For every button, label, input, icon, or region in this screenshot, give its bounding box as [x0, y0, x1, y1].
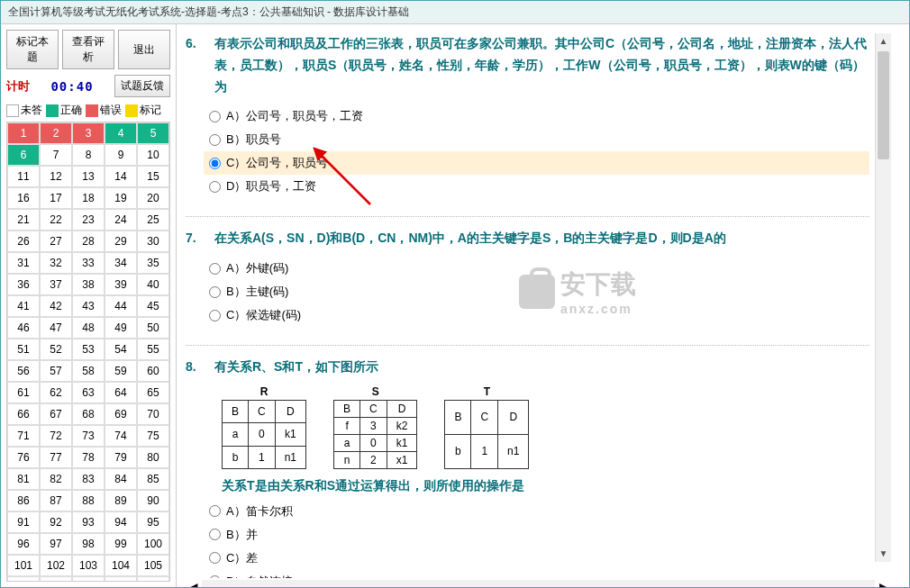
nav-cell-13[interactable]: 13	[72, 166, 105, 187]
nav-cell-23[interactable]: 23	[72, 209, 105, 231]
nav-cell-8[interactable]: 8	[72, 144, 105, 166]
q8-option-c[interactable]: C）差	[204, 547, 869, 570]
nav-cell-82[interactable]: 82	[40, 468, 72, 490]
nav-cell-16[interactable]: 16	[7, 187, 40, 209]
nav-cell-6[interactable]: 6	[7, 144, 40, 166]
q7-radio-b[interactable]	[209, 286, 221, 298]
horizontal-scrollbar[interactable]: ◀ ▶	[186, 578, 891, 587]
nav-cell-25[interactable]: 25	[137, 209, 169, 231]
nav-cell-31[interactable]: 31	[7, 252, 40, 274]
nav-cell-41[interactable]: 41	[7, 295, 40, 317]
scroll-left-icon[interactable]: ◀	[186, 581, 202, 588]
nav-cell-45[interactable]: 45	[137, 295, 169, 317]
nav-cell-46[interactable]: 46	[7, 317, 40, 339]
nav-cell-38[interactable]: 38	[72, 274, 105, 295]
q7-option-a[interactable]: A）外键(码)	[204, 257, 869, 280]
nav-cell-15[interactable]: 15	[137, 166, 169, 187]
q8-radio-a[interactable]	[209, 505, 221, 517]
nav-cell-95[interactable]: 95	[137, 511, 169, 533]
nav-cell-51[interactable]: 51	[7, 339, 40, 360]
nav-cell-49[interactable]: 49	[105, 317, 137, 339]
nav-cell-64[interactable]: 64	[105, 382, 137, 403]
question-nav-wrap[interactable]: 1234567891011121314151617181920212223242…	[6, 122, 170, 582]
nav-cell-29[interactable]: 29	[105, 231, 137, 252]
nav-cell-110[interactable]: 110	[137, 576, 169, 582]
nav-cell-35[interactable]: 35	[137, 252, 169, 274]
nav-cell-50[interactable]: 50	[137, 317, 169, 339]
q6-radio-a[interactable]	[209, 111, 221, 122]
nav-cell-100[interactable]: 100	[137, 533, 169, 555]
nav-cell-86[interactable]: 86	[7, 490, 40, 511]
nav-cell-69[interactable]: 69	[105, 403, 137, 425]
nav-cell-70[interactable]: 70	[137, 403, 169, 425]
q8-option-d[interactable]: D）自然连接	[204, 570, 869, 578]
nav-cell-48[interactable]: 48	[72, 317, 105, 339]
nav-cell-54[interactable]: 54	[105, 339, 137, 360]
q6-radio-d[interactable]	[209, 181, 221, 193]
q6-radio-b[interactable]	[209, 134, 221, 146]
nav-cell-7[interactable]: 7	[40, 144, 72, 166]
nav-cell-36[interactable]: 36	[7, 274, 40, 295]
nav-cell-40[interactable]: 40	[137, 274, 169, 295]
nav-cell-71[interactable]: 71	[7, 425, 40, 447]
nav-cell-12[interactable]: 12	[40, 166, 72, 187]
nav-cell-37[interactable]: 37	[40, 274, 72, 295]
nav-cell-17[interactable]: 17	[40, 187, 72, 209]
nav-cell-106[interactable]: 106	[7, 576, 40, 582]
nav-cell-60[interactable]: 60	[137, 360, 169, 382]
nav-cell-72[interactable]: 72	[40, 425, 72, 447]
nav-cell-14[interactable]: 14	[105, 166, 137, 187]
nav-cell-19[interactable]: 19	[105, 187, 137, 209]
q8-radio-d[interactable]	[209, 575, 221, 578]
q6-option-d[interactable]: D）职员号，工资	[204, 175, 869, 198]
nav-cell-62[interactable]: 62	[40, 382, 72, 403]
nav-cell-61[interactable]: 61	[7, 382, 40, 403]
nav-cell-63[interactable]: 63	[72, 382, 105, 403]
q8-option-b[interactable]: B）并	[204, 523, 869, 547]
nav-cell-47[interactable]: 47	[40, 317, 72, 339]
nav-cell-53[interactable]: 53	[72, 339, 105, 360]
nav-cell-9[interactable]: 9	[105, 144, 137, 166]
nav-cell-94[interactable]: 94	[105, 511, 137, 533]
q7-option-b[interactable]: B）主键(码)	[204, 280, 869, 303]
nav-cell-44[interactable]: 44	[105, 295, 137, 317]
nav-cell-59[interactable]: 59	[105, 360, 137, 382]
exit-button[interactable]: 退出	[118, 30, 170, 69]
nav-cell-89[interactable]: 89	[105, 490, 137, 511]
nav-cell-26[interactable]: 26	[7, 231, 40, 252]
q8-option-a[interactable]: A）笛卡尔积	[204, 500, 869, 523]
nav-cell-80[interactable]: 80	[137, 447, 169, 468]
scroll-up-icon[interactable]: ▲	[876, 33, 891, 50]
nav-cell-1[interactable]: 1	[7, 122, 40, 144]
nav-cell-77[interactable]: 77	[40, 447, 72, 468]
nav-cell-108[interactable]: 108	[72, 576, 105, 582]
q6-option-c[interactable]: C）公司号，职员号	[204, 151, 869, 175]
nav-cell-4[interactable]: 4	[105, 122, 137, 144]
nav-cell-87[interactable]: 87	[40, 490, 72, 511]
nav-cell-68[interactable]: 68	[72, 403, 105, 425]
nav-cell-98[interactable]: 98	[72, 533, 105, 555]
feedback-button[interactable]: 试题反馈	[114, 75, 170, 97]
nav-cell-34[interactable]: 34	[105, 252, 137, 274]
nav-cell-78[interactable]: 78	[72, 447, 105, 468]
nav-cell-39[interactable]: 39	[105, 274, 137, 295]
nav-cell-11[interactable]: 11	[7, 166, 40, 187]
nav-cell-58[interactable]: 58	[72, 360, 105, 382]
nav-cell-74[interactable]: 74	[105, 425, 137, 447]
q7-radio-c[interactable]	[209, 310, 221, 321]
nav-cell-52[interactable]: 52	[40, 339, 72, 360]
nav-cell-66[interactable]: 66	[7, 403, 40, 425]
nav-cell-103[interactable]: 103	[72, 555, 105, 576]
hscroll-track[interactable]	[202, 580, 875, 587]
q7-option-c[interactable]: C）候选键(码)	[204, 303, 869, 327]
nav-cell-99[interactable]: 99	[105, 533, 137, 555]
nav-cell-91[interactable]: 91	[7, 511, 40, 533]
nav-cell-97[interactable]: 97	[40, 533, 72, 555]
nav-cell-83[interactable]: 83	[72, 468, 105, 490]
nav-cell-85[interactable]: 85	[137, 468, 169, 490]
nav-cell-5[interactable]: 5	[137, 122, 169, 144]
q7-radio-a[interactable]	[209, 263, 221, 275]
nav-cell-22[interactable]: 22	[40, 209, 72, 231]
nav-cell-90[interactable]: 90	[137, 490, 169, 511]
nav-cell-101[interactable]: 101	[7, 555, 40, 576]
